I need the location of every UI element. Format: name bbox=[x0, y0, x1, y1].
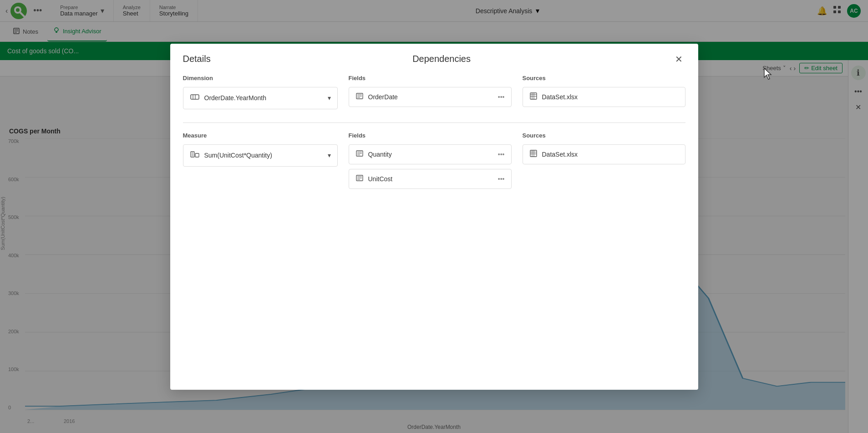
measure-card[interactable]: Sum(UnitCost*Quantity) ▾ bbox=[183, 144, 338, 167]
measure-row: Measure Sum(Un bbox=[183, 132, 685, 194]
dimension-col-label: Dimension bbox=[183, 75, 338, 82]
modal-details-title: Details bbox=[183, 54, 211, 64]
modal-dependencies-title: Dependencies bbox=[211, 54, 673, 64]
source-value-meas: DataSet.xlsx bbox=[542, 151, 679, 158]
svg-rect-48 bbox=[530, 150, 537, 157]
dimension-detail-col: Dimension OrderDate.YearMonth ▾ bbox=[183, 75, 338, 112]
quantity-field-card: Quantity ••• bbox=[349, 144, 512, 164]
measure-sources-col: Sources DataSet.xlsx bbox=[523, 132, 685, 194]
field-value-orderdate: OrderDate bbox=[368, 93, 493, 101]
field-value-quantity: Quantity bbox=[368, 151, 493, 158]
dependencies-modal: Details Dependencies ✕ Dimension bbox=[170, 44, 698, 390]
section-divider bbox=[183, 122, 685, 123]
sources-col-label-dim: Sources bbox=[523, 75, 685, 82]
modal-body: Dimension OrderDate.YearMonth ▾ bbox=[170, 75, 698, 217]
modal-close-button[interactable]: ✕ bbox=[673, 53, 685, 66]
dimension-expand-icon[interactable]: ▾ bbox=[328, 94, 331, 102]
source-icon-meas bbox=[529, 149, 538, 159]
measure-fields-col: Fields Quantity ••• UnitC bbox=[349, 132, 512, 194]
dimension-row: Dimension OrderDate.YearMonth ▾ bbox=[183, 75, 685, 112]
svg-rect-30 bbox=[530, 93, 537, 99]
dimension-icon bbox=[190, 92, 200, 104]
field-value-unitcost: UnitCost bbox=[368, 175, 493, 183]
modal-header: Details Dependencies ✕ bbox=[170, 44, 698, 75]
dimension-source-card: DataSet.xlsx bbox=[523, 87, 685, 107]
source-icon-dim bbox=[529, 92, 538, 102]
dimension-sources-col: Sources DataSet.xlsx bbox=[523, 75, 685, 112]
dimension-fields-col: Fields OrderDate ••• bbox=[349, 75, 512, 112]
measure-detail-col: Measure Sum(Un bbox=[183, 132, 338, 194]
field-icon-unitcost bbox=[355, 174, 364, 184]
field-icon-dim bbox=[355, 92, 364, 102]
measure-icon bbox=[190, 149, 200, 162]
measure-col-label: Measure bbox=[183, 132, 338, 139]
dimension-value: OrderDate.YearMonth bbox=[204, 94, 323, 102]
measure-section: Measure Sum(Un bbox=[183, 132, 685, 194]
fields-col-label-dim: Fields bbox=[349, 75, 512, 82]
source-value-dim: DataSet.xlsx bbox=[542, 93, 679, 101]
sources-col-label-meas: Sources bbox=[523, 132, 685, 139]
quantity-more-button[interactable]: ••• bbox=[498, 151, 505, 158]
modal-overlay: Details Dependencies ✕ Dimension bbox=[0, 0, 868, 433]
dimension-card[interactable]: OrderDate.YearMonth ▾ bbox=[183, 87, 338, 109]
measure-source-card: DataSet.xlsx bbox=[523, 144, 685, 164]
dimension-section: Dimension OrderDate.YearMonth ▾ bbox=[183, 75, 685, 112]
field-icon-quantity bbox=[355, 149, 364, 159]
fields-col-label-meas: Fields bbox=[349, 132, 512, 139]
measure-value: Sum(UnitCost*Quantity) bbox=[204, 152, 323, 159]
svg-rect-36 bbox=[195, 153, 199, 157]
measure-expand-icon[interactable]: ▾ bbox=[328, 152, 331, 159]
field-more-button[interactable]: ••• bbox=[498, 93, 505, 101]
dimension-field-card: OrderDate ••• bbox=[349, 87, 512, 107]
unitcost-field-card: UnitCost ••• bbox=[349, 169, 512, 189]
unitcost-more-button[interactable]: ••• bbox=[498, 175, 505, 183]
svg-rect-23 bbox=[191, 95, 199, 99]
